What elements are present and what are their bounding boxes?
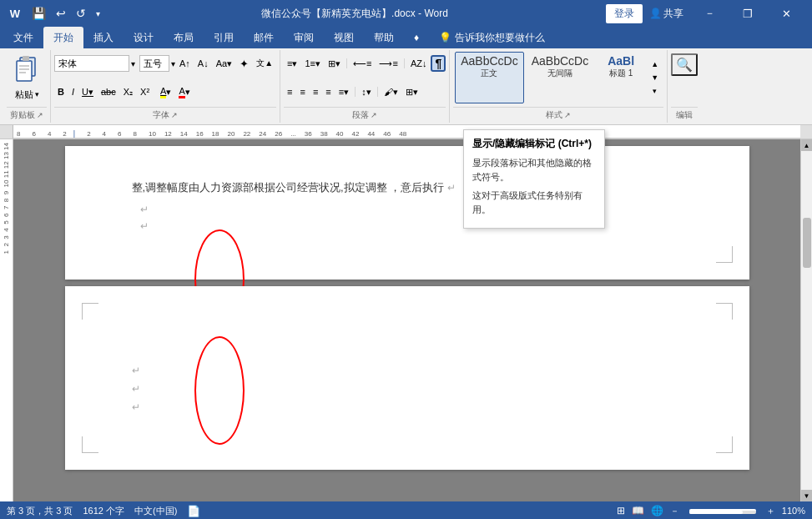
decrease-indent-btn[interactable]: ⟵≡ (350, 55, 375, 72)
underline-btn[interactable]: U▾ (78, 83, 97, 100)
window-controls: － ❐ ✕ (690, 0, 805, 27)
tab-help[interactable]: 帮助 (364, 27, 404, 48)
tab-file[interactable]: 文件 (3, 27, 43, 48)
font-size-input[interactable] (139, 55, 169, 72)
document-check-icon[interactable]: 📄 (187, 505, 200, 517)
para-row1: ≡▾ 1≡▾ ⊞▾ ⟵≡ ⟶≡ AZ↓ ¶ (284, 55, 446, 72)
highlight-label: A (160, 86, 166, 98)
scroll-down-btn[interactable]: ▼ (801, 490, 813, 501)
tab-review[interactable]: 审阅 (284, 27, 324, 48)
font-shrink-btn[interactable]: A↓ (194, 55, 212, 72)
language[interactable]: 中文(中国) (134, 505, 177, 517)
numbered-list-btn[interactable]: 1≡▾ (301, 55, 324, 72)
vertical-scrollbar[interactable]: ▲ ▼ (800, 139, 812, 501)
tab-references[interactable]: 引用 (204, 27, 244, 48)
align-center-btn[interactable]: ≡ (296, 83, 308, 100)
align-left-btn[interactable]: ≡ (284, 83, 295, 100)
share-label: 共享 (663, 7, 683, 21)
tab-diamond[interactable]: ♦ (404, 27, 429, 48)
paragraph-group: ≡▾ 1≡▾ ⊞▾ ⟵≡ ⟶≡ AZ↓ ¶ ≡ ≡ ≡ ≡ ≡▾ ↕▾ � (280, 50, 450, 123)
tooltip-line2: 这对于高级版式任务特别有用。 (472, 189, 596, 216)
styles-up-btn[interactable]: ▲ (648, 58, 662, 71)
redo-btn[interactable]: ↺ (73, 5, 89, 22)
styles-down-btn[interactable]: ▼ (648, 71, 662, 84)
document-scroll-area[interactable]: 整,调整幅度由人力资源部根据公司经营状况,拟定调整 ，意后执行 ↵ ↵ ↵ ↵ (13, 139, 800, 501)
sort-btn[interactable]: AZ↓ (407, 55, 431, 72)
tab-home[interactable]: 开始 (43, 27, 83, 48)
style-h1-label: 标题 1 (609, 68, 633, 79)
style-normal-preview: AaBbCcDc (461, 54, 517, 68)
line-end-1: ，意后执行 (390, 181, 444, 194)
svg-rect-2 (23, 56, 29, 61)
zoom-slider[interactable] (689, 509, 756, 512)
main-area: 1 2 3 4 5 6 7 8 9 10 11 12 13 14 整,调整幅度由… (0, 139, 812, 501)
font-grow-btn[interactable]: A↑ (176, 55, 194, 72)
pm3: ↵ (132, 365, 140, 376)
font-name-dropdown[interactable]: ▾ (131, 59, 135, 68)
align-right-btn[interactable]: ≡ (310, 83, 321, 100)
restore-btn[interactable]: ❐ (729, 0, 767, 27)
phonetic-btn[interactable]: 文▲ (253, 55, 276, 72)
strikethrough-btn[interactable]: abc (98, 83, 119, 100)
styles-expand-icon[interactable]: ↗ (564, 111, 571, 119)
scroll-up-btn[interactable]: ▲ (801, 139, 813, 151)
bullet-list-btn[interactable]: ≡▾ (284, 55, 300, 72)
font-color-label: A (179, 86, 184, 98)
style-no-spacing[interactable]: AaBbCcDc 无间隔 (526, 52, 594, 103)
word-icon: W (7, 5, 23, 22)
clear-format-btn[interactable]: ✦ (236, 55, 252, 72)
find-btn[interactable]: 🔍 (671, 53, 698, 76)
ribbon-tabs: 文件 开始 插入 设计 布局 引用 邮件 审阅 视图 帮助 ♦ 💡 告诉我你想要… (0, 27, 812, 48)
quick-access-dropdown[interactable]: ▾ (93, 8, 103, 20)
superscript-btn[interactable]: X² (137, 83, 153, 100)
para-content: ≡▾ 1≡▾ ⊞▾ ⟵≡ ⟶≡ AZ↓ ¶ ≡ ≡ ≡ ≡ ≡▾ ↕▾ � (284, 50, 446, 105)
save-btn[interactable]: 💾 (28, 5, 49, 22)
page-count[interactable]: 第 3 页，共 3 页 (7, 505, 73, 517)
font-name-input[interactable] (54, 55, 129, 72)
search-icon: 🔍 (676, 57, 693, 73)
bold-btn[interactable]: B (54, 83, 68, 100)
change-case-btn[interactable]: Aa▾ (213, 55, 235, 72)
word-count[interactable]: 1612 个字 (83, 505, 124, 517)
paste-button[interactable]: 粘贴 ▾ (7, 52, 47, 104)
reading-layout-btn[interactable]: 📖 (632, 505, 644, 516)
increase-indent-btn[interactable]: ⟶≡ (376, 55, 401, 72)
tooltip-body: 显示段落标记和其他隐藏的格式符号。 这对于高级版式任务特别有用。 (472, 156, 596, 216)
undo-btn[interactable]: ↩ (53, 5, 69, 22)
tab-insert[interactable]: 插入 (83, 27, 124, 48)
tab-tell-me[interactable]: 💡 告诉我你想要做什么 (429, 27, 555, 48)
zoom-out-btn[interactable]: － (670, 505, 679, 517)
scroll-track[interactable] (803, 151, 811, 490)
styles-expand-btn[interactable]: ▾ (648, 84, 662, 98)
minimize-btn[interactable]: － (690, 0, 729, 27)
tab-view[interactable]: 视图 (324, 27, 364, 48)
clipboard-expand[interactable]: ↗ (37, 111, 43, 119)
multilevel-list-btn[interactable]: ⊞▾ (325, 55, 344, 72)
close-btn[interactable]: ✕ (767, 0, 805, 27)
para-expand[interactable]: ↗ (371, 111, 377, 119)
border-btn[interactable]: ⊞▾ (402, 83, 421, 100)
share-button[interactable]: 👤 共享 (649, 7, 683, 21)
tab-layout[interactable]: 布局 (164, 27, 204, 48)
subscript-btn[interactable]: X₂ (120, 83, 136, 100)
show-hide-marks-btn[interactable]: ¶ (431, 55, 446, 72)
login-button[interactable]: 登录 (606, 4, 643, 23)
font-size-dropdown[interactable]: ▾ (171, 59, 175, 68)
font-expand[interactable]: ↗ (171, 111, 178, 119)
shading-btn[interactable]: 🖌▾ (381, 83, 401, 100)
font-color-btn[interactable]: A▾ (175, 83, 193, 100)
web-layout-btn[interactable]: 🌐 (651, 505, 663, 516)
style-normal[interactable]: AaBbCcDc 正文 (455, 52, 523, 103)
text-highlight-btn[interactable]: A▾ (157, 83, 174, 100)
style-heading1[interactable]: AaBl 标题 1 (596, 52, 646, 103)
justify-btn[interactable]: ≡ (322, 83, 334, 100)
italic-btn[interactable]: I (68, 83, 78, 100)
tab-design[interactable]: 设计 (124, 27, 164, 48)
distribute-btn[interactable]: ≡▾ (335, 83, 352, 100)
line-spacing-btn[interactable]: ↕▾ (358, 83, 375, 100)
zoom-in-btn[interactable]: ＋ (766, 505, 775, 517)
scroll-thumb[interactable] (803, 218, 811, 268)
tab-mailings[interactable]: 邮件 (244, 27, 284, 48)
zoom-level[interactable]: 110% (782, 506, 805, 516)
print-layout-btn[interactable]: ⊞ (617, 505, 625, 516)
